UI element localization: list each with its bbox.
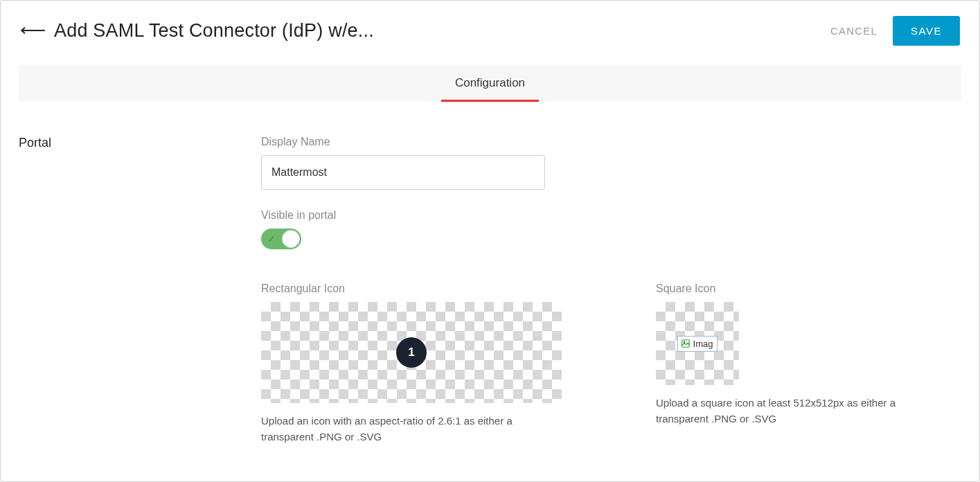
rectangular-icon-group: Rectangular Icon 1 Upload an icon with a… [261, 283, 656, 445]
broken-image-placeholder: Imag [677, 336, 718, 352]
square-icon-group: Square Icon Imag [656, 283, 961, 445]
rectangular-icon-badge: 1 [396, 337, 427, 368]
broken-image-alt: Imag [693, 339, 713, 349]
tab-configuration[interactable]: Configuration [441, 65, 539, 101]
toggle-knob [282, 230, 300, 248]
header-left: ⟵ Add SAML Test Connector (IdP) w/e... [20, 20, 374, 42]
form-area: Display Name Visible in portal ✓ Rectang… [261, 136, 961, 445]
visible-in-portal-toggle[interactable]: ✓ [261, 229, 301, 249]
display-name-group: Display Name [261, 136, 656, 190]
content-area: Portal Display Name Visible in portal ✓ [1, 101, 979, 445]
tabs-bar: Configuration [19, 65, 961, 101]
section-label: Portal [19, 136, 261, 445]
icons-row: Rectangular Icon 1 Upload an icon with a… [261, 283, 961, 445]
page-header: ⟵ Add SAML Test Connector (IdP) w/e... C… [1, 1, 979, 54]
rectangular-icon-hint: Upload an icon with an aspect-ratio of 2… [261, 413, 559, 445]
visible-in-portal-label: Visible in portal [261, 209, 656, 222]
display-name-label: Display Name [261, 136, 656, 148]
rectangular-icon-label: Rectangular Icon [261, 283, 656, 295]
tab-label: Configuration [455, 76, 525, 90]
square-icon-label: Square Icon [656, 283, 961, 295]
broken-image-icon [681, 339, 691, 348]
square-icon-upload[interactable]: Imag [656, 302, 739, 385]
back-arrow-icon[interactable]: ⟵ [20, 21, 46, 39]
cancel-button[interactable]: CANCEL [828, 18, 880, 44]
checkmark-icon: ✓ [267, 234, 275, 244]
config-page: ⟵ Add SAML Test Connector (IdP) w/e... C… [0, 0, 980, 482]
svg-point-1 [684, 341, 685, 343]
badge-number: 1 [408, 346, 414, 359]
square-icon-hint: Upload a square icon at least 512x512px … [656, 395, 933, 427]
visible-in-portal-group: Visible in portal ✓ [261, 209, 656, 249]
rectangular-icon-upload[interactable]: 1 [261, 302, 562, 403]
page-title: Add SAML Test Connector (IdP) w/e... [54, 20, 374, 42]
save-button[interactable]: SAVE [893, 16, 960, 46]
display-name-input[interactable] [261, 155, 545, 190]
header-actions: CANCEL SAVE [828, 16, 960, 46]
